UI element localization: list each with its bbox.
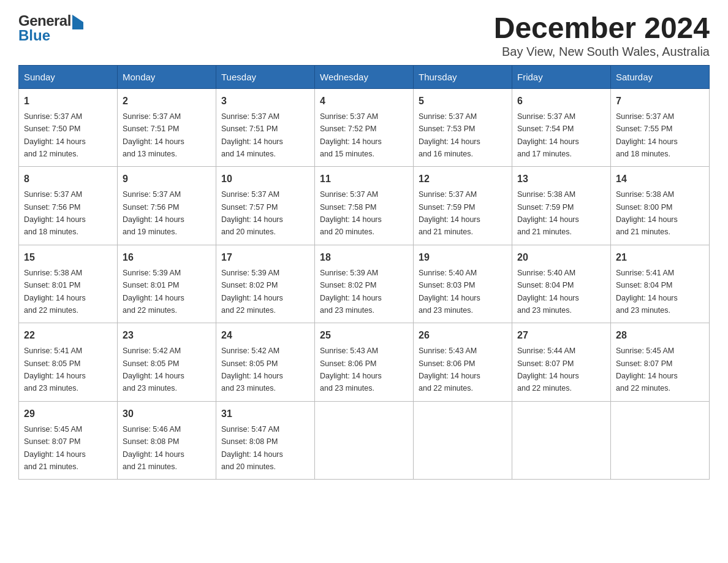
table-row: 11 Sunrise: 5:37 AMSunset: 7:58 PMDaylig… — [315, 167, 414, 245]
table-row: 12 Sunrise: 5:37 AMSunset: 7:59 PMDaylig… — [414, 167, 512, 245]
table-row: 25 Sunrise: 5:43 AMSunset: 8:06 PMDaylig… — [315, 323, 414, 402]
logo-blue-text: Blue — [18, 27, 50, 44]
day-number: 19 — [419, 250, 507, 265]
day-info: Sunrise: 5:39 AMSunset: 8:02 PMDaylight:… — [221, 269, 283, 315]
table-row: 3 Sunrise: 5:37 AMSunset: 7:51 PMDayligh… — [216, 88, 315, 167]
table-row: 9 Sunrise: 5:37 AMSunset: 7:56 PMDayligh… — [118, 167, 216, 245]
table-row: 21 Sunrise: 5:41 AMSunset: 8:04 PMDaylig… — [611, 245, 710, 323]
table-row — [611, 401, 710, 480]
day-info: Sunrise: 5:37 AMSunset: 7:52 PMDaylight:… — [320, 112, 382, 158]
day-number: 7 — [616, 94, 704, 109]
day-info: Sunrise: 5:37 AMSunset: 7:50 PMDaylight:… — [24, 112, 86, 158]
day-info: Sunrise: 5:46 AMSunset: 8:08 PMDaylight:… — [123, 425, 184, 471]
day-number: 16 — [123, 250, 211, 265]
table-row: 28 Sunrise: 5:45 AMSunset: 8:07 PMDaylig… — [611, 323, 710, 402]
calendar-week-row: 8 Sunrise: 5:37 AMSunset: 7:56 PMDayligh… — [19, 167, 710, 245]
table-row: 19 Sunrise: 5:40 AMSunset: 8:03 PMDaylig… — [414, 245, 512, 323]
day-number: 25 — [320, 328, 408, 343]
day-info: Sunrise: 5:39 AMSunset: 8:02 PMDaylight:… — [320, 269, 382, 315]
day-info: Sunrise: 5:37 AMSunset: 7:57 PMDaylight:… — [221, 190, 283, 236]
table-row: 24 Sunrise: 5:42 AMSunset: 8:05 PMDaylig… — [216, 323, 315, 402]
day-number: 9 — [123, 172, 211, 186]
calendar-table: Sunday Monday Tuesday Wednesday Thursday… — [18, 65, 710, 480]
day-info: Sunrise: 5:37 AMSunset: 7:59 PMDaylight:… — [419, 190, 480, 236]
table-row: 18 Sunrise: 5:39 AMSunset: 8:02 PMDaylig… — [315, 245, 414, 323]
page-header: General Blue December 2024 Bay View, New… — [18, 12, 710, 59]
day-number: 6 — [517, 94, 605, 109]
logo-arrow-icon — [72, 15, 83, 29]
logo: General Blue — [18, 12, 83, 44]
day-number: 1 — [24, 94, 112, 109]
header-sunday: Sunday — [19, 65, 118, 88]
header-wednesday: Wednesday — [315, 65, 414, 88]
title-section: December 2024 Bay View, New South Wales,… — [494, 12, 710, 59]
table-row: 14 Sunrise: 5:38 AMSunset: 8:00 PMDaylig… — [611, 167, 710, 245]
day-number: 21 — [616, 250, 704, 265]
day-info: Sunrise: 5:37 AMSunset: 7:53 PMDaylight:… — [419, 112, 480, 158]
day-info: Sunrise: 5:44 AMSunset: 8:07 PMDaylight:… — [517, 347, 579, 393]
day-info: Sunrise: 5:37 AMSunset: 7:55 PMDaylight:… — [616, 112, 678, 158]
day-number: 5 — [419, 94, 507, 109]
table-row: 1 Sunrise: 5:37 AMSunset: 7:50 PMDayligh… — [19, 88, 118, 167]
day-number: 20 — [517, 250, 605, 265]
table-row — [315, 401, 414, 480]
day-info: Sunrise: 5:42 AMSunset: 8:05 PMDaylight:… — [123, 347, 184, 393]
day-number: 14 — [616, 172, 704, 186]
day-info: Sunrise: 5:37 AMSunset: 7:54 PMDaylight:… — [517, 112, 579, 158]
table-row: 2 Sunrise: 5:37 AMSunset: 7:51 PMDayligh… — [118, 88, 216, 167]
calendar-week-row: 1 Sunrise: 5:37 AMSunset: 7:50 PMDayligh… — [19, 88, 710, 167]
table-row: 10 Sunrise: 5:37 AMSunset: 7:57 PMDaylig… — [216, 167, 315, 245]
day-number: 15 — [24, 250, 112, 265]
table-row: 22 Sunrise: 5:41 AMSunset: 8:05 PMDaylig… — [19, 323, 118, 402]
header-monday: Monday — [118, 65, 216, 88]
table-row: 7 Sunrise: 5:37 AMSunset: 7:55 PMDayligh… — [611, 88, 710, 167]
calendar-header-row: Sunday Monday Tuesday Wednesday Thursday… — [19, 65, 710, 88]
day-number: 27 — [517, 328, 605, 343]
table-row: 15 Sunrise: 5:38 AMSunset: 8:01 PMDaylig… — [19, 245, 118, 323]
calendar-week-row: 15 Sunrise: 5:38 AMSunset: 8:01 PMDaylig… — [19, 245, 710, 323]
table-row: 30 Sunrise: 5:46 AMSunset: 8:08 PMDaylig… — [118, 401, 216, 480]
day-info: Sunrise: 5:45 AMSunset: 8:07 PMDaylight:… — [24, 425, 86, 471]
table-row — [512, 401, 611, 480]
day-number: 17 — [221, 250, 309, 265]
day-number: 23 — [123, 328, 211, 343]
day-number: 30 — [123, 407, 211, 421]
day-number: 3 — [221, 94, 309, 109]
day-info: Sunrise: 5:37 AMSunset: 7:51 PMDaylight:… — [123, 112, 184, 158]
day-number: 12 — [419, 172, 507, 186]
calendar-week-row: 22 Sunrise: 5:41 AMSunset: 8:05 PMDaylig… — [19, 323, 710, 402]
day-number: 11 — [320, 172, 408, 186]
table-row: 27 Sunrise: 5:44 AMSunset: 8:07 PMDaylig… — [512, 323, 611, 402]
header-saturday: Saturday — [611, 65, 710, 88]
day-info: Sunrise: 5:38 AMSunset: 8:01 PMDaylight:… — [24, 269, 86, 315]
table-row: 26 Sunrise: 5:43 AMSunset: 8:06 PMDaylig… — [414, 323, 512, 402]
calendar-title: December 2024 — [494, 12, 710, 45]
day-number: 31 — [221, 407, 309, 421]
header-friday: Friday — [512, 65, 611, 88]
day-info: Sunrise: 5:38 AMSunset: 8:00 PMDaylight:… — [616, 190, 678, 236]
table-row: 5 Sunrise: 5:37 AMSunset: 7:53 PMDayligh… — [414, 88, 512, 167]
table-row: 6 Sunrise: 5:37 AMSunset: 7:54 PMDayligh… — [512, 88, 611, 167]
day-info: Sunrise: 5:37 AMSunset: 7:56 PMDaylight:… — [24, 190, 86, 236]
day-number: 8 — [24, 172, 112, 186]
table-row — [414, 401, 512, 480]
day-info: Sunrise: 5:40 AMSunset: 8:04 PMDaylight:… — [517, 269, 579, 315]
day-number: 26 — [419, 328, 507, 343]
day-number: 28 — [616, 328, 704, 343]
day-info: Sunrise: 5:39 AMSunset: 8:01 PMDaylight:… — [123, 269, 184, 315]
day-number: 24 — [221, 328, 309, 343]
table-row: 20 Sunrise: 5:40 AMSunset: 8:04 PMDaylig… — [512, 245, 611, 323]
day-number: 18 — [320, 250, 408, 265]
day-info: Sunrise: 5:47 AMSunset: 8:08 PMDaylight:… — [221, 425, 283, 471]
day-info: Sunrise: 5:43 AMSunset: 8:06 PMDaylight:… — [320, 347, 382, 393]
day-info: Sunrise: 5:37 AMSunset: 7:58 PMDaylight:… — [320, 190, 382, 236]
header-thursday: Thursday — [414, 65, 512, 88]
day-info: Sunrise: 5:43 AMSunset: 8:06 PMDaylight:… — [419, 347, 480, 393]
day-number: 4 — [320, 94, 408, 109]
day-number: 13 — [517, 172, 605, 186]
day-info: Sunrise: 5:45 AMSunset: 8:07 PMDaylight:… — [616, 347, 678, 393]
calendar-subtitle: Bay View, New South Wales, Australia — [494, 45, 710, 59]
table-row: 13 Sunrise: 5:38 AMSunset: 7:59 PMDaylig… — [512, 167, 611, 245]
table-row: 29 Sunrise: 5:45 AMSunset: 8:07 PMDaylig… — [19, 401, 118, 480]
day-info: Sunrise: 5:38 AMSunset: 7:59 PMDaylight:… — [517, 190, 579, 236]
